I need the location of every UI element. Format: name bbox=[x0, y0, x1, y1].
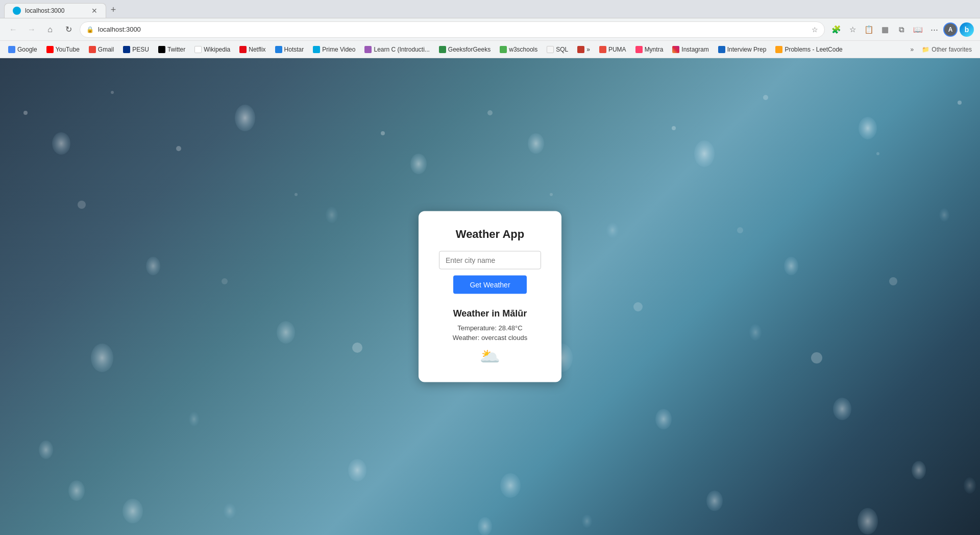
bookmarks-other-favorites[interactable]: 📁 Other favorites bbox=[918, 44, 976, 55]
other-favorites-label: Other favorites bbox=[932, 46, 972, 53]
bookmark-google-favicon bbox=[8, 46, 15, 53]
svg-point-48 bbox=[964, 477, 976, 494]
bookmark-leetcode[interactable]: Problems - LeetCode bbox=[771, 44, 846, 55]
active-tab[interactable]: localhost:3000 ✕ bbox=[4, 3, 106, 18]
bookmark-prime[interactable]: Prime Video bbox=[309, 44, 359, 55]
bookmark-google[interactable]: Google bbox=[4, 44, 41, 55]
bookmark-prime-favicon bbox=[313, 46, 320, 53]
svg-point-30 bbox=[889, 277, 897, 285]
refresh-button[interactable]: ↻ bbox=[61, 22, 76, 37]
forward-button[interactable]: → bbox=[24, 22, 39, 37]
svg-point-19 bbox=[833, 398, 851, 420]
bookmark-myntra[interactable]: Myntra bbox=[631, 44, 668, 55]
bookmark-gfg[interactable]: GeeksforGeeks bbox=[435, 44, 495, 55]
weather-card: Weather App Get Weather Weather in Mālūr… bbox=[419, 211, 561, 382]
svg-point-36 bbox=[487, 110, 493, 115]
bookmark-wiki-label: Wikipedia bbox=[204, 46, 230, 53]
bookmark-gmail-label: Gmail bbox=[98, 46, 114, 53]
navigation-bar: ← → ⌂ ↻ 🔒 localhost:3000 ☆ 🧩 ☆ 📋 ▦ ⧉ 📖 ⋯… bbox=[0, 18, 980, 41]
bookmark-learnc[interactable]: Learn C (Introducti... bbox=[360, 44, 433, 55]
profile-button[interactable]: A bbox=[943, 22, 958, 37]
bookmark-hotstar[interactable]: Hotstar bbox=[271, 44, 308, 55]
bookmark-netflix-label: Netflix bbox=[249, 46, 265, 53]
tab-close-button[interactable]: ✕ bbox=[91, 7, 97, 15]
bookmark-pesu[interactable]: PESU bbox=[119, 44, 153, 55]
bookmark-instagram[interactable]: Instagram bbox=[668, 44, 713, 55]
bookmark-iprep[interactable]: Interview Prep bbox=[714, 44, 771, 55]
new-tab-button[interactable]: + bbox=[106, 3, 120, 17]
extensions-button[interactable]: 🧩 bbox=[829, 22, 843, 37]
bookmark-learnc-label: Learn C (Introducti... bbox=[374, 46, 429, 53]
svg-point-27 bbox=[633, 302, 643, 311]
address-bar[interactable]: 🔒 localhost:3000 ☆ bbox=[80, 21, 825, 38]
bookmark-sql-favicon bbox=[547, 46, 554, 53]
rain-background: Weather App Get Weather Weather in Mālūr… bbox=[0, 58, 980, 535]
svg-point-40 bbox=[876, 152, 879, 155]
weather-result: Weather in Mālūr Temperature: 28.48°C We… bbox=[439, 308, 541, 366]
bookmark-puma[interactable]: PUMA bbox=[595, 44, 630, 55]
svg-point-20 bbox=[912, 461, 926, 479]
result-temperature: Temperature: 28.48°C bbox=[439, 324, 541, 332]
bookmark-hotstar-label: Hotstar bbox=[284, 46, 304, 53]
svg-point-24 bbox=[222, 278, 228, 284]
back-button[interactable]: ← bbox=[6, 22, 20, 37]
bookmark-instagram-label: Instagram bbox=[681, 46, 708, 53]
get-weather-button[interactable]: Get Weather bbox=[453, 276, 526, 294]
bookmark-download-favicon bbox=[577, 46, 584, 53]
svg-point-17 bbox=[655, 409, 672, 429]
svg-point-37 bbox=[550, 193, 553, 196]
svg-point-22 bbox=[582, 515, 592, 528]
more-tools-button[interactable]: ⋯ bbox=[927, 22, 941, 37]
bookmark-download[interactable]: » bbox=[573, 44, 594, 55]
folder-icon: 📁 bbox=[922, 46, 929, 53]
bookmark-gmail[interactable]: Gmail bbox=[85, 44, 118, 55]
bookmark-learnc-favicon bbox=[364, 46, 372, 53]
bookmark-puma-favicon bbox=[599, 46, 606, 53]
bookmarks-more-button[interactable]: » bbox=[908, 44, 917, 55]
home-button[interactable]: ⌂ bbox=[43, 22, 57, 37]
bookmark-youtube-favicon bbox=[46, 46, 54, 53]
bookmark-twitter-label: Twitter bbox=[167, 46, 185, 53]
bookmark-wikipedia[interactable]: Wikipedia bbox=[190, 44, 234, 55]
page-content: Weather App Get Weather Weather in Mālūr… bbox=[0, 58, 980, 535]
favorites-button[interactable]: ☆ bbox=[845, 22, 860, 37]
bookmark-twitter[interactable]: Twitter bbox=[154, 44, 189, 55]
svg-point-15 bbox=[939, 208, 949, 222]
svg-point-0 bbox=[52, 132, 70, 155]
bookmark-download-label: » bbox=[586, 46, 590, 53]
bookmark-iprep-favicon bbox=[718, 46, 725, 53]
tab-favicon bbox=[13, 7, 21, 15]
svg-point-45 bbox=[478, 517, 492, 535]
star-icon[interactable]: ☆ bbox=[812, 26, 818, 34]
bookmark-google-label: Google bbox=[17, 46, 37, 53]
bookmark-netflix[interactable]: Netflix bbox=[235, 44, 270, 55]
split-button[interactable]: ⧉ bbox=[894, 22, 909, 37]
bookmark-gfg-favicon bbox=[439, 46, 446, 53]
svg-point-12 bbox=[694, 140, 715, 167]
svg-point-4 bbox=[410, 154, 427, 174]
bookmark-youtube-label: YouTube bbox=[56, 46, 80, 53]
city-input[interactable] bbox=[439, 251, 541, 270]
svg-point-46 bbox=[706, 491, 723, 511]
collections-button[interactable]: 📋 bbox=[862, 22, 876, 37]
sidebar-button[interactable]: ▦ bbox=[878, 22, 892, 37]
bookmark-puma-label: PUMA bbox=[608, 46, 626, 53]
bookmark-iprep-label: Interview Prep bbox=[727, 46, 767, 53]
bookmark-wiki-favicon bbox=[194, 46, 202, 53]
svg-point-28 bbox=[737, 227, 743, 233]
svg-point-5 bbox=[91, 344, 113, 372]
svg-point-34 bbox=[295, 193, 298, 196]
svg-point-32 bbox=[111, 91, 114, 94]
bookmark-w3s-favicon bbox=[500, 46, 507, 53]
bookmark-w3s[interactable]: w3schools bbox=[496, 44, 542, 55]
result-city-name: Weather in Mālūr bbox=[439, 308, 541, 319]
bookmark-sql-label: SQL bbox=[556, 46, 568, 53]
bookmark-sql[interactable]: SQL bbox=[543, 44, 572, 55]
svg-point-10 bbox=[528, 133, 544, 154]
svg-point-29 bbox=[811, 352, 822, 363]
nav-icons-group: 🧩 ☆ 📋 ▦ ⧉ 📖 ⋯ A b bbox=[829, 22, 974, 37]
bookmark-gfg-label: GeeksforGeeks bbox=[448, 46, 491, 53]
bookmark-pesu-favicon bbox=[123, 46, 130, 53]
bookmark-youtube[interactable]: YouTube bbox=[42, 44, 84, 55]
reading-mode-button[interactable]: 📖 bbox=[911, 22, 925, 37]
